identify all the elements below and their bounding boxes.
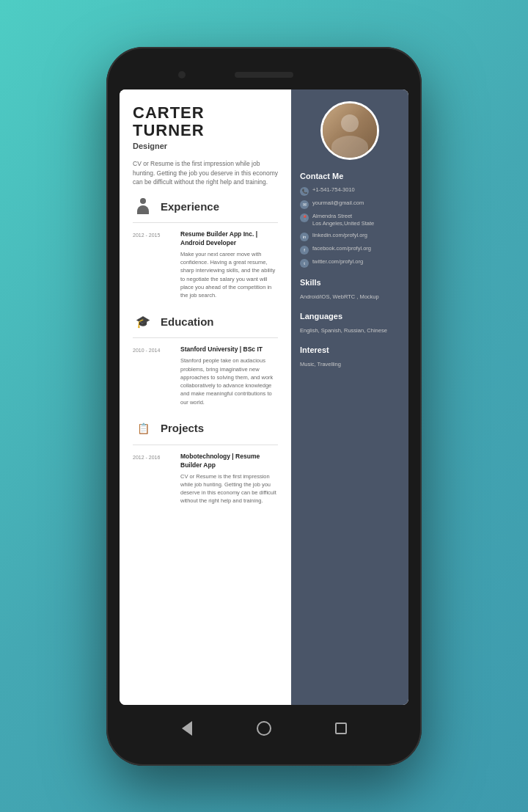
contact-linkedin-item: in linkedin.com/profyl.org — [300, 232, 400, 241]
projects-entry-1: 2012 - 2016 Mobotechnology | Resume Buil… — [133, 453, 278, 505]
phone-icon: 📞 — [300, 187, 309, 196]
experience-entry-1: 2012 - 2015 Resume Builder App Inc. | An… — [133, 230, 278, 299]
projects-divider — [133, 445, 278, 445]
education-header: 🎓 Education — [133, 311, 278, 332]
phone-nav-bar — [120, 705, 408, 753]
education-divider — [133, 337, 278, 338]
screen-content: CARTER TURNER Designer CV or Resume is t… — [120, 89, 408, 705]
experience-desc-1: Make your next career move with confiden… — [180, 250, 278, 300]
experience-content-1: Resume Builder App Inc. | Android Develo… — [180, 230, 278, 299]
languages-title: Languages — [300, 312, 400, 321]
skills-title: Skills — [300, 278, 400, 287]
skills-section: Skills Android/iOS, WebRTC , Mockup — [300, 278, 400, 301]
skills-content: Android/iOS, WebRTC , Mockup — [300, 293, 400, 301]
experience-icon — [133, 196, 153, 216]
experience-divider — [133, 222, 278, 223]
phone-speaker — [235, 72, 293, 78]
phone-frame: CARTER TURNER Designer CV or Resume is t… — [106, 47, 422, 766]
languages-content: English, Spanish, Russian, Chinese — [300, 326, 400, 335]
projects-desc-1: CV or Resume is the first impression whi… — [180, 472, 278, 505]
projects-header: 📋 Projects — [133, 418, 278, 439]
languages-section: Languages English, Spanish, Russian, Chi… — [300, 312, 400, 335]
education-school-title-1: Stanford University | BSc IT — [180, 345, 278, 354]
projects-proj-title-1: Mobotechnology | Resume Builder App — [180, 453, 278, 470]
contact-address-item: 📍 Almendra Street Los Angeles,United Sta… — [300, 213, 400, 228]
recent-icon — [335, 723, 347, 734]
projects-section: 📋 Projects 2012 - 2016 Mobotechnology | … — [133, 418, 278, 505]
contact-address: Almendra Street Los Angeles,United State — [312, 213, 374, 228]
phone-camera — [178, 71, 186, 78]
projects-title: Projects — [161, 422, 204, 434]
contact-linkedin: linkedin.com/profyl.org — [312, 232, 367, 240]
twitter-icon: t — [300, 259, 309, 268]
person-name: CARTER TURNER — [133, 104, 278, 139]
experience-years-1: 2012 - 2015 — [133, 230, 173, 299]
profile-photo — [320, 101, 379, 160]
contact-twitter-item: t twitter.com/profyl.org — [300, 258, 400, 268]
home-icon — [257, 721, 271, 736]
contact-twitter: twitter.com/profyl.org — [312, 258, 363, 266]
education-section: 🎓 Education 2010 - 2014 Stanford Univers… — [133, 311, 278, 406]
education-desc-1: Stanford people take on audacious proble… — [180, 356, 278, 406]
phone-top-bar — [120, 60, 408, 89]
education-entry-1: 2010 - 2014 Stanford University | BSc IT… — [133, 345, 278, 406]
experience-header: Experience — [133, 196, 278, 216]
contact-section: Contact Me 📞 +1-541-754-3010 ✉ yourmail@… — [300, 172, 400, 268]
location-icon: 📍 — [300, 213, 309, 222]
left-panel: CARTER TURNER Designer CV or Resume is t… — [120, 89, 291, 705]
right-panel: Contact Me 📞 +1-541-754-3010 ✉ yourmail@… — [291, 89, 408, 705]
nav-recent-button[interactable] — [332, 720, 350, 737]
experience-job-title-1: Resume Builder App Inc. | Android Develo… — [180, 230, 278, 248]
contact-phone-item: 📞 +1-541-754-3010 — [300, 186, 400, 196]
linkedin-icon: in — [300, 233, 309, 241]
education-years-1: 2010 - 2014 — [133, 345, 173, 406]
nav-home-button[interactable] — [255, 720, 273, 737]
projects-years-1: 2012 - 2016 — [133, 453, 173, 505]
experience-section: Experience 2012 - 2015 Resume Builder Ap… — [133, 196, 278, 299]
contact-facebook: facebook.com/profyl.org — [312, 245, 371, 253]
contact-email-item: ✉ yourmail@gmail.com — [300, 200, 400, 209]
interest-content: Music, Travelling — [300, 360, 400, 369]
contact-phone: +1-541-754-3010 — [312, 186, 355, 194]
profile-avatar — [323, 103, 377, 158]
interest-title: Interest — [300, 345, 400, 354]
education-content-1: Stanford University | BSc IT Stanford pe… — [180, 345, 278, 406]
education-icon: 🎓 — [133, 311, 153, 332]
contact-email: yourmail@gmail.com — [312, 200, 364, 208]
phone-screen: CARTER TURNER Designer CV or Resume is t… — [120, 89, 408, 705]
contact-title: Contact Me — [300, 172, 400, 180]
email-icon: ✉ — [300, 200, 309, 209]
name-section: CARTER TURNER Designer — [133, 104, 278, 150]
nav-back-button[interactable] — [178, 720, 196, 737]
contact-facebook-item: f facebook.com/profyl.org — [300, 245, 400, 255]
facebook-icon: f — [300, 246, 309, 255]
back-icon — [182, 721, 192, 736]
education-title: Education — [161, 315, 214, 328]
projects-content-1: Mobotechnology | Resume Builder App CV o… — [180, 453, 278, 505]
projects-icon: 📋 — [133, 418, 153, 439]
intro-text: CV or Resume is the first impression whi… — [133, 159, 278, 187]
interest-section: Interest Music, Travelling — [300, 345, 400, 369]
experience-title: Experience — [161, 200, 219, 213]
person-title: Designer — [133, 142, 278, 150]
